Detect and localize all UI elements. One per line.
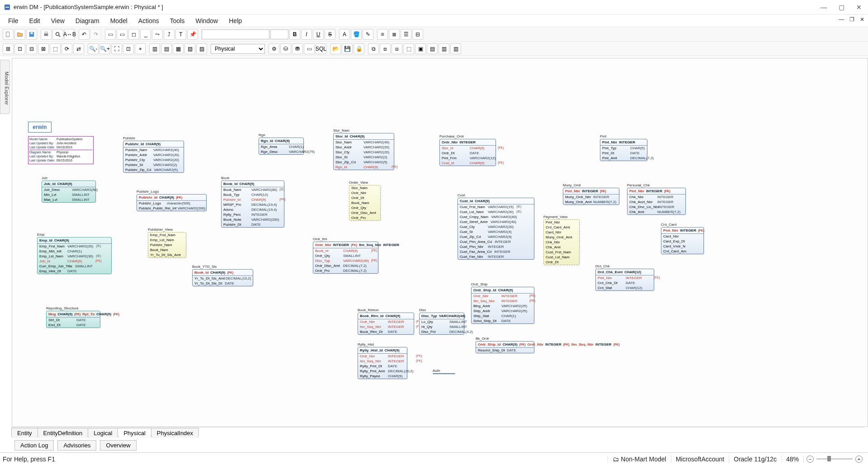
- tab-logical[interactable]: Logical: [88, 428, 118, 438]
- select-tool[interactable]: ▭: [105, 29, 116, 40]
- panel-2[interactable]: ▤: [161, 43, 172, 54]
- bold-button[interactable]: B: [289, 29, 300, 40]
- save-button[interactable]: [26, 29, 37, 40]
- entity-Order_View[interactable]: Stor_NamOrdr_NbrOrdr_DtBook_NamOrdr_QtyO…: [349, 185, 381, 221]
- entity-Mony_Ordr[interactable]: Pmt_NbrINTEGER (FK)Mony_Ordr_NbrINTEGERM…: [563, 188, 619, 205]
- align-4[interactable]: ⊟: [412, 29, 423, 40]
- entity-Publisher_View[interactable]: Emp_Frst_NamEmp_Lst_NamPublshr_NamBook_N…: [148, 232, 186, 258]
- zoom-slider[interactable]: [816, 458, 853, 460]
- pin-tool[interactable]: 📌: [187, 29, 198, 40]
- db-1[interactable]: ⛁: [280, 43, 291, 54]
- menu-tools[interactable]: Tools: [165, 16, 189, 25]
- align-3[interactable]: ☰: [401, 29, 411, 40]
- underline-button[interactable]: U: [313, 29, 324, 40]
- new-button[interactable]: [3, 29, 14, 40]
- layout-5[interactable]: ⬚: [50, 43, 61, 54]
- mart-3[interactable]: 🔒: [354, 43, 364, 54]
- tab-entitydef[interactable]: EntityDefinition: [38, 428, 89, 438]
- menu-view[interactable]: View: [47, 16, 69, 25]
- zoom-out-button[interactable]: 🔍-: [88, 43, 99, 54]
- zoom-plus-button[interactable]: +: [855, 456, 863, 463]
- entity-Bk_Ordr[interactable]: Ordr_Ship_IdCHAR(9) (FK)Ordr_NbrINTEGER …: [476, 341, 534, 353]
- open-button[interactable]: [14, 29, 25, 40]
- menu-file[interactable]: File: [4, 16, 23, 25]
- annotation-tool[interactable]: T: [175, 29, 186, 40]
- relationship-tool-1[interactable]: ⎯: [140, 29, 151, 40]
- compare-7[interactable]: ▥: [439, 43, 449, 54]
- mart-2[interactable]: 💾: [342, 43, 353, 54]
- print-button[interactable]: [41, 29, 52, 40]
- zoom-fit-button[interactable]: ⛶: [111, 43, 122, 54]
- tab-physical[interactable]: Physical: [118, 428, 151, 438]
- mart-1[interactable]: 📂: [330, 43, 341, 54]
- entity-Drd_Chk[interactable]: Drd_Chk_EvntCHAR(12)Pmt_NbrINTEGERCrd_Ch…: [595, 269, 654, 291]
- line-color-button[interactable]: ✎: [363, 29, 373, 40]
- panel-5[interactable]: ▨: [196, 43, 207, 54]
- menu-edit[interactable]: Edit: [25, 16, 45, 25]
- tab-physicalindex[interactable]: PhysicalIndex: [151, 428, 199, 438]
- mdi-minimize-button[interactable]: —: [837, 16, 846, 23]
- zoom-in-button[interactable]: 🔍+: [99, 43, 110, 54]
- layout-2[interactable]: ⊡: [14, 43, 25, 54]
- redo-button[interactable]: ↷: [90, 29, 101, 40]
- entity-Book_Retrun[interactable]: Book_Rtrn_IdCHAR(9)Ordr_NbrINTEGERItm_Se…: [358, 313, 414, 335]
- compare-4[interactable]: ⬚: [403, 43, 414, 54]
- entity-Cust[interactable]: Cust_IdCHAR(9)Cust_Frst_NamVARCHAR2(15)C…: [458, 198, 534, 260]
- entity-Payment_View[interactable]: Pmt_NbrCrd_Card_AmtCard_NbrMony_Ordr_Amt…: [543, 219, 580, 265]
- mdi-restore-button[interactable]: ❐: [848, 16, 856, 23]
- entity-Ordr_Ship[interactable]: Ordr_Ship_IdCHAR(9)Ordr_NbrINTEGERItm_Se…: [471, 287, 534, 324]
- sync-button[interactable]: ⇄: [73, 43, 84, 54]
- menu-window[interactable]: Window: [191, 16, 222, 25]
- relationship-tool-2[interactable]: ⤳: [152, 29, 163, 40]
- tab-advisories[interactable]: Advisories: [57, 440, 96, 451]
- entity-Crd_Card[interactable]: Pmt_NbrINTEGER (FK)Card_NbrCard_Exp_DtCa…: [661, 227, 704, 254]
- entity-Ordr_Itm[interactable]: Ordr_NbrINTEGER (FK)Itm_Seq_NbrINTEGERBo…: [313, 242, 378, 274]
- compare-5[interactable]: ▣: [415, 43, 426, 54]
- panel-3[interactable]: ▦: [173, 43, 184, 54]
- view-level-combo[interactable]: Physical: [211, 44, 265, 54]
- compare-8[interactable]: ▥: [450, 43, 461, 54]
- entity-Book_YTD_Sls[interactable]: Book_IdCHAR(9) (FK)Yr_To_Dt_Sls_AmtDECIM…: [192, 269, 253, 286]
- entity-Reporting_Structure[interactable]: MngCHAR(9) (FK)Rpt_ToCHAR(9) (FK)Strt_Dt…: [46, 311, 100, 328]
- menu-actions[interactable]: Actions: [134, 16, 164, 25]
- entity-Book[interactable]: Book_IdCHAR(9)Book_NamVARCHAR2(80)Book_T…: [221, 180, 284, 228]
- zoom-minus-button[interactable]: −: [807, 456, 814, 463]
- compare-2[interactable]: ⧈: [380, 43, 391, 54]
- menu-model[interactable]: Model: [106, 16, 132, 25]
- panel-1[interactable]: ▥: [149, 43, 160, 54]
- tab-overview[interactable]: Overview: [100, 440, 136, 451]
- entity-Publshr_Logo[interactable]: Publshr_IdCHAR(9) (FK)Publshr_Logocharac…: [137, 194, 207, 211]
- entity-Pmt[interactable]: Pmt_NbrINTEGERPmt_TypCHAR(5)Pmt_DtDATEPm…: [600, 139, 647, 161]
- compare-1[interactable]: ⧉: [368, 43, 379, 54]
- minimize-button[interactable]: —: [818, 4, 830, 11]
- mdi-close-button[interactable]: ✕: [858, 16, 866, 23]
- entity-Purchase_Ordr[interactable]: Ordr_NbrINTEGERStor_IdCHAR(9)Ordr_DtDATE…: [439, 139, 496, 166]
- entity-Job[interactable]: Job_IdCHAR(9)Job_DescVARCHAR2(50)Min_Lvl…: [42, 180, 96, 203]
- align-2[interactable]: ≣: [389, 29, 400, 40]
- menu-diagram[interactable]: Diagram: [71, 16, 104, 25]
- compare-3[interactable]: ⧇: [392, 43, 402, 54]
- db-4[interactable]: SQL: [316, 43, 326, 54]
- zoom-100-button[interactable]: ⊡: [123, 43, 134, 54]
- compare-6[interactable]: ▤: [427, 43, 438, 54]
- strike-button[interactable]: S: [325, 29, 335, 40]
- menu-help[interactable]: Help: [224, 16, 246, 25]
- close-button[interactable]: ✕: [854, 4, 864, 11]
- entity-Disc[interactable]: Disc_TypVARCHAR2(40)Lo_QtySMALLINTHi_Qty…: [419, 313, 464, 335]
- font-size-combo[interactable]: [270, 29, 288, 39]
- font-family-combo[interactable]: [202, 29, 269, 39]
- entity-tool[interactable]: ▭: [117, 29, 127, 40]
- maximize-button[interactable]: ▢: [836, 4, 847, 11]
- view-tool[interactable]: ◻: [128, 29, 139, 40]
- entity-Rylty_Hist[interactable]: Rylty_Hist_IdCHAR(9)Ordr_NbrINTEGERItm_S…: [358, 347, 407, 379]
- layout-4[interactable]: ⊠: [38, 43, 49, 54]
- relationship-tool-3[interactable]: ⤴: [164, 29, 175, 40]
- undo-button[interactable]: ↶: [79, 29, 90, 40]
- db-2[interactable]: ⛃: [292, 43, 303, 54]
- db-3[interactable]: ▭: [304, 43, 315, 54]
- entity-Stor_Nam[interactable]: Stor_IdCHAR(9)Stor_NamVARCHAR2(40)Stor_A…: [333, 133, 394, 170]
- gear-icon[interactable]: ⚙: [269, 43, 279, 54]
- find-button[interactable]: [52, 29, 63, 40]
- zoom-area-button[interactable]: ⌖: [135, 43, 146, 54]
- align-1[interactable]: ≡: [377, 29, 388, 40]
